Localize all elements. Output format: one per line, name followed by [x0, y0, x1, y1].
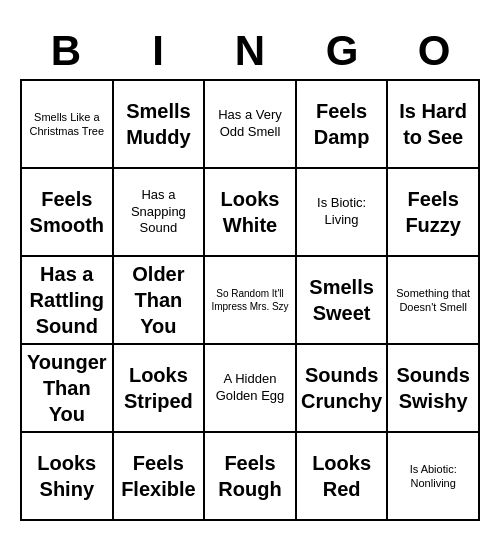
header-letter: I [112, 23, 204, 79]
bingo-cell: Has a Snapping Sound [114, 169, 206, 257]
bingo-cell: Smells Muddy [114, 81, 206, 169]
bingo-header: BINGO [20, 23, 480, 79]
bingo-cell: Is Biotic: Living [297, 169, 389, 257]
header-letter: G [296, 23, 388, 79]
bingo-cell: Something that Doesn't Smell [388, 257, 480, 345]
bingo-cell: Is Hard to See [388, 81, 480, 169]
bingo-cell: Has a Rattling Sound [22, 257, 114, 345]
bingo-cell: Is Abiotic: Nonliving [388, 433, 480, 521]
bingo-cell: Feels Damp [297, 81, 389, 169]
header-letter: B [20, 23, 112, 79]
bingo-cell: Looks Striped [114, 345, 206, 433]
bingo-card: BINGO Smells Like a Christmas TreeSmells… [10, 13, 490, 531]
bingo-cell: Feels Fuzzy [388, 169, 480, 257]
bingo-cell: Feels Rough [205, 433, 297, 521]
bingo-cell: Smells Sweet [297, 257, 389, 345]
header-letter: O [388, 23, 480, 79]
bingo-cell: Looks Shiny [22, 433, 114, 521]
bingo-cell: Feels Flexible [114, 433, 206, 521]
bingo-cell: Feels Smooth [22, 169, 114, 257]
bingo-cell: Older Than You [114, 257, 206, 345]
bingo-cell: Sounds Swishy [388, 345, 480, 433]
bingo-cell: Sounds Crunchy [297, 345, 389, 433]
bingo-cell: A Hidden Golden Egg [205, 345, 297, 433]
bingo-cell: Looks Red [297, 433, 389, 521]
bingo-cell: Has a Very Odd Smell [205, 81, 297, 169]
bingo-grid: Smells Like a Christmas TreeSmells Muddy… [20, 79, 480, 521]
bingo-cell: Younger Than You [22, 345, 114, 433]
header-letter: N [204, 23, 296, 79]
bingo-cell: Looks White [205, 169, 297, 257]
bingo-cell: Smells Like a Christmas Tree [22, 81, 114, 169]
bingo-cell: So Random It'll Impress Mrs. Szy [205, 257, 297, 345]
